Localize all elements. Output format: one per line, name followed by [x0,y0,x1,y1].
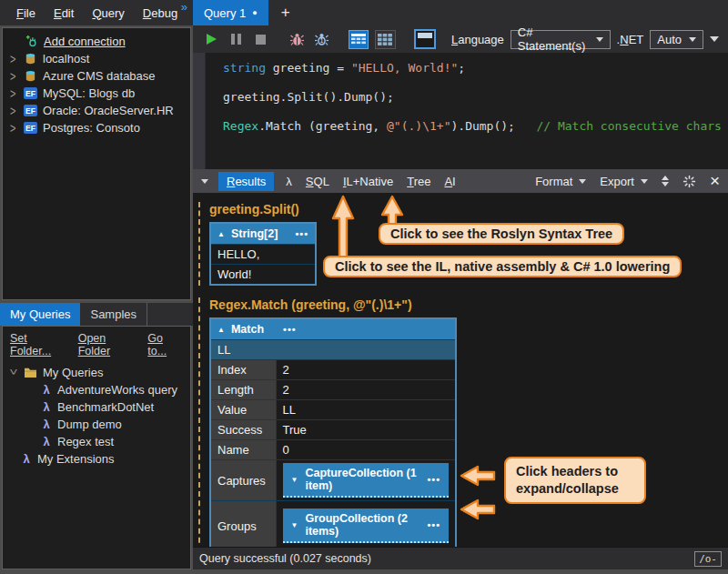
match-result-section: Regex.Match (greeting, @"(.)\1+") ▲ Matc… [198,297,728,547]
expand-chevron-icon[interactable]: > [10,104,18,118]
expand-chevron-icon[interactable]: > [10,69,18,84]
stop-icon [256,35,266,45]
table-row: SuccessTrue [210,420,456,440]
tab-sql[interactable]: SQL [304,173,331,190]
table-cell: World! [210,265,316,286]
tab-ai[interactable]: AI [442,173,457,190]
query-item-label: AdventureWorks query [57,383,177,397]
connection-oracle-hr[interactable]: > EF Oracle: OracleServer.HR [3,102,190,119]
queries-tree: > My Queries λ AdventureWorks query λ Be [3,361,190,468]
add-connection-link[interactable]: Add connection [3,33,190,50]
set-folder-link[interactable]: Set Folder... [10,332,68,357]
table-row: ValueLL [210,400,456,420]
dropdown-caret-icon [689,37,696,42]
pause-button[interactable] [227,30,245,48]
menu-file[interactable]: File [9,4,43,23]
run-button[interactable] [202,30,220,48]
table-row: World! [210,265,316,286]
float-results-icon[interactable] [682,175,696,188]
row-label: Groups [210,501,276,548]
expand-chevron-icon[interactable]: > [10,52,18,66]
connection-label: Oracle: OracleServer.HR [43,104,174,117]
tab-results[interactable]: Results [218,172,274,191]
caret-up-icon [662,176,669,180]
rich-grid-toggle-button[interactable] [349,30,369,49]
connection-azure-cms[interactable]: > Azure CMS database [3,67,190,85]
tab-my-queries[interactable]: My Queries [0,303,80,326]
expand-chevron-icon[interactable]: > [10,121,18,136]
collapse-arrow-icon: ▲ [217,326,225,334]
plain-grid-toggle-button[interactable] [375,30,395,49]
dotnet-version-select[interactable]: Auto [650,30,703,49]
lambda-icon: λ [41,383,52,397]
toolbar-overflow-caret-icon[interactable] [710,36,719,42]
tab-tree[interactable]: Tree [405,173,432,190]
menu-debug[interactable]: Debug [136,4,185,23]
extensions-label: My Extensions [37,452,115,466]
stop-button[interactable] [251,30,269,48]
ellipsis-menu-icon[interactable]: ••• [283,324,297,335]
query-item-dump-demo[interactable]: λ Dump demo [3,416,190,433]
split-table-header[interactable]: ▲ String[2] ••• [210,223,316,245]
connection-label: localhost [43,52,89,65]
ellipsis-menu-icon[interactable]: ••• [427,519,440,530]
debug-button[interactable] [288,30,307,48]
folder-label: My Queries [43,366,103,379]
dump-title: greeting.Split() [209,202,728,217]
results-menu-caret-icon[interactable] [201,179,208,184]
query-item-regex-test[interactable]: λ Regex test [3,433,190,450]
bug-1-icon: 1 [314,32,329,46]
my-extensions-item[interactable]: λ My Extensions [3,450,190,468]
format-menu-button[interactable]: Format [535,175,586,188]
resize-results-button[interactable] [662,176,669,186]
debug-breakpoint-button[interactable]: 1 [313,30,331,48]
menu-overflow-chevron-icon[interactable]: » [181,0,187,14]
collapse-chevron-icon[interactable]: > [7,368,22,377]
match-table-header[interactable]: ▲ Match ••• [210,318,456,340]
code-text-area[interactable]: string greeting = "HELLO, World!"; greet… [206,53,728,169]
connection-postgres-consoto[interactable]: > EF Postgres: Consoto [3,119,190,136]
export-menu-button[interactable]: Export [600,175,648,188]
language-value: C# Statement(s) [518,25,589,53]
menu-query[interactable]: Query [85,4,131,23]
folder-icon [24,367,37,378]
lambda-panel-toggle-button[interactable]: /o- [694,551,722,567]
tab-il-native[interactable]: IL+Native [341,173,395,190]
connection-localhost[interactable]: > localhost [3,50,190,67]
row-value: 0 [276,440,456,460]
results-panel-toggle-button[interactable] [414,29,435,49]
query-tab-strip: Query 1 ● + [193,0,728,25]
dotnet-version-value: Auto [657,33,682,46]
plug-icon [25,35,38,48]
language-select[interactable]: C# Statement(s) [511,30,611,49]
query-item-label: BenchmarkDotNet [57,400,154,414]
new-tab-button[interactable]: + [268,0,303,25]
expand-chevron-icon[interactable]: > [10,86,18,101]
tab-query-1[interactable]: Query 1 ● [193,0,268,25]
ellipsis-menu-icon[interactable]: ••• [295,228,308,239]
menu-edit[interactable]: Edit [46,4,81,23]
group-collection-expander[interactable]: ▼ GroupCollection (2 items) ••• [283,509,450,543]
table-row: Captures ▼ CaptureCollection (1 item) ••… [210,460,456,501]
split-header-label: String[2] [231,227,278,240]
connection-mysql-blogs[interactable]: > EF MySQL: Blogs db [3,85,190,102]
row-value: LL [276,400,456,420]
my-queries-folder[interactable]: > My Queries [3,364,190,381]
query-item-benchmarkdotnet[interactable]: λ BenchmarkDotNet [3,398,190,416]
ellipsis-menu-icon[interactable]: ••• [427,474,440,485]
capture-collection-expander[interactable]: ▼ CaptureCollection (1 item) ••• [283,463,450,498]
row-label: Length [210,380,276,400]
tab-lambda[interactable]: λ [284,173,294,190]
open-folder-link[interactable]: Open Folder [78,332,138,357]
go-to-link[interactable]: Go to... [147,332,183,357]
pause-icon [238,34,241,45]
tab-samples[interactable]: Samples [80,303,147,326]
connection-label: Postgres: Consoto [43,121,140,135]
dropdown-caret-icon [596,37,603,42]
close-results-button[interactable]: × [710,175,720,187]
row-label: Name [210,440,276,460]
connection-label: Azure CMS database [43,69,156,83]
add-connection-label: Add connection [44,35,126,48]
query-item-adventureworks[interactable]: λ AdventureWorks query [3,381,190,398]
expand-arrow-icon: ▼ [291,521,298,529]
